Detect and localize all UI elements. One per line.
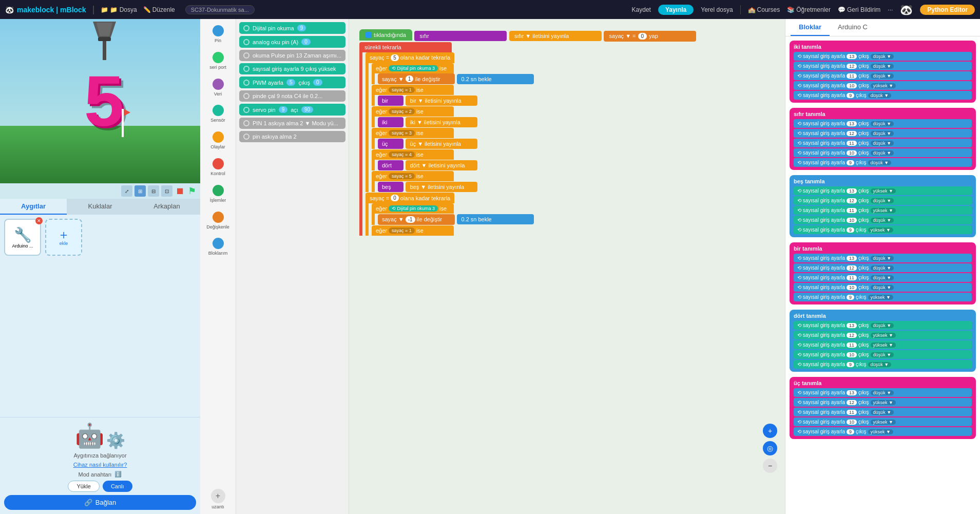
bes-row-3[interactable]: ⟲ sayısal giriş ayarla11çıkışyüksek ▼ — [794, 206, 972, 215]
bir-tanim-row-5[interactable]: ⟲ sayısal giriş ayarla9çıkışyüksek ▼ — [794, 293, 972, 301]
dort-block[interactable]: dört — [378, 160, 403, 170]
block-pin-askiya[interactable]: PIN 1 askıya alma 2 ▼ Modu yü... — [239, 118, 345, 129]
iki-block[interactable]: iki — [378, 117, 403, 127]
sifir-yayinla-block[interactable]: sıfır ▼ iletisini yayınla — [509, 31, 602, 41]
event-block[interactable]: tıklandığında — [359, 29, 412, 41]
device-selector-btn[interactable]: SC37-Dokunmatik sa... — [185, 5, 255, 14]
bes-yayinla-block[interactable]: beş ▼ iletisini yayınla — [406, 182, 477, 192]
cat-bloklarim[interactable]: Bloklarım — [200, 234, 236, 260]
surekli-block[interactable]: sürekli tekrarla — [359, 42, 452, 52]
dort-row-4[interactable]: ⟲ sayısal giriş ayarla10çıkışdüşük ▼ — [794, 350, 972, 359]
bekle2-block[interactable]: 0.2 sn bekle — [457, 214, 534, 224]
sayac5-block[interactable]: sayaç = 5 olana kadar tekrarla — [366, 52, 454, 63]
sifir-block[interactable]: sıfır — [414, 31, 507, 41]
dort-row-2[interactable]: ⟲ sayısal giriş ayarla12çıkışyüksek ▼ — [794, 331, 972, 339]
bes-row-1[interactable]: ⟲ sayısal giriş ayarla13çıkışyüksek ▼ — [794, 186, 972, 195]
layout-split-btn[interactable]: ⊞ — [134, 185, 146, 197]
dort-row-5[interactable]: ⟲ sayısal giriş ayarla9çıkışdüşük ▼ — [794, 360, 972, 369]
layout-grid-btn[interactable]: ⊟ — [148, 185, 159, 197]
bir-tanim-row-2[interactable]: ⟲ sayısal giriş ayarla12çıkışdüşük ▼ — [794, 263, 972, 272]
local-file-btn[interactable]: Yerel dosya — [701, 6, 733, 13]
eger-dijital-block[interactable]: eğer ⟲ Dijital pin okuma 3 ise — [372, 63, 454, 73]
sayac-degistir-block[interactable]: sayaç ▼ 1 ile değiştir — [378, 73, 455, 84]
bekle-block[interactable]: 0.2 sn bekle — [457, 74, 534, 84]
menu-duzenle[interactable]: ✏️ Düzenle — [143, 6, 175, 13]
delete-device-btn[interactable]: ✕ — [35, 217, 43, 224]
cat-sensor[interactable]: Sensör — [200, 101, 236, 127]
bes-block[interactable]: beş — [378, 182, 403, 192]
live-mode-btn[interactable]: Canlı — [103, 481, 132, 492]
layout-expand-btn[interactable]: ⤢ — [121, 185, 132, 197]
zoom-reset-btn[interactable]: ◎ — [763, 441, 777, 455]
iki-yayinla-block[interactable]: iki ▼ iletisini yayınla — [406, 117, 477, 127]
eger-dijital2-block[interactable]: eğer ⟲ Dijital pin okuma 3 ise — [372, 203, 454, 214]
iki-row-5[interactable]: ⟲ sayısal giriş ayarla 9 çıkış düşük ▼ — [794, 91, 972, 100]
block-pin-askiya-2[interactable]: pin askıya alma 2 — [239, 131, 345, 142]
sayac-minus1-block[interactable]: sayaç ▼ -1 ile değiştir — [378, 214, 455, 225]
more-menu[interactable]: ··· — [888, 6, 893, 13]
courses-link[interactable]: 🏫 Courses — [748, 6, 780, 13]
device-help-link[interactable]: Cihaz nasıl kullanılır? — [73, 462, 127, 468]
menu-dosya[interactable]: 📁 📁 Dosya — [101, 6, 137, 13]
eger-sayac1-block[interactable]: eğer sayaç = 1 ise — [372, 85, 454, 95]
uc-row-3[interactable]: ⟲ sayısal giriş ayarla11çıkışdüşük ▼ — [794, 408, 972, 416]
iki-row-1[interactable]: ⟲ sayısal giriş ayarla 13 çıkış düşük ▼ — [794, 52, 972, 61]
sifir-row-4[interactable]: ⟲ sayısal giriş ayarla10çıkışdüşük ▼ — [794, 148, 972, 157]
bes-row-2[interactable]: ⟲ sayısal giriş ayarla12çıkışdüşük ▼ — [794, 196, 972, 205]
cat-islemler[interactable]: İşlemler — [200, 181, 236, 207]
connect-btn[interactable]: 🔗 Bağlan — [4, 495, 196, 510]
eger-bottom-block[interactable]: eğer sayaç = 1 ise — [372, 225, 454, 236]
uc-row-2[interactable]: ⟲ sayısal giriş ayarla12çıkışyüksek ▼ — [794, 398, 972, 407]
tab-aygitlar[interactable]: Aygıtlar — [0, 199, 67, 215]
tab-arduino-c[interactable]: Arduino C — [830, 19, 876, 36]
eger-sayac4-block[interactable]: eğer sayaç = 4 ise — [372, 149, 454, 160]
block-servo[interactable]: servo pin 9 açı 90 — [239, 104, 345, 116]
arduino-device-card[interactable]: ✕ 🔧 Arduino ... — [4, 219, 41, 256]
add-device-btn[interactable]: ＋ ekle — [45, 219, 82, 256]
zoom-out-btn[interactable]: − — [763, 459, 777, 473]
sifir-row-3[interactable]: ⟲ sayısal giriş ayarla11çıkışdüşük ▼ — [794, 139, 972, 147]
iki-row-3[interactable]: ⟲ sayısal giriş ayarla 11 çıkış düşük ▼ — [794, 71, 972, 80]
eger-sayac2-block[interactable]: eğer sayaç = 2 ise — [372, 106, 454, 117]
block-pwm[interactable]: PWM ayarla 5 çıkış 0 — [239, 77, 345, 88]
bir-yayinla-block[interactable]: bir ▼ iletisini yayınla — [406, 96, 477, 106]
zoom-in-btn[interactable]: + — [763, 424, 777, 438]
sifir-row-5[interactable]: ⟲ sayısal giriş ayarla9çıkışdüşük ▼ — [794, 158, 972, 167]
bes-row-5[interactable]: ⟲ sayısal giriş ayarla9çıkışyüksek ▼ — [794, 225, 972, 234]
add-extension-btn[interactable]: + uzantı — [211, 485, 225, 514]
upload-mode-btn[interactable]: Yükle — [68, 481, 100, 492]
sayac0-tekrar-block[interactable]: sayaç = 0 olana kadar tekrarla — [366, 193, 454, 203]
iki-row-2[interactable]: ⟲ sayısal giriş ayarla 12 çıkış düşük ▼ — [794, 62, 972, 70]
tab-kuklalar[interactable]: Kuklalar — [67, 199, 133, 215]
dort-row-3[interactable]: ⟲ sayısal giriş ayarla11çıkışyüksek ▼ — [794, 340, 972, 349]
iki-row-4[interactable]: ⟲ sayısal giriş ayarla 10 çıkış yüksek ▼ — [794, 81, 972, 90]
dort-row-1[interactable]: ⟲ sayısal giriş ayarla13çıkışdüşük ▼ — [794, 321, 972, 330]
sayac-0-block[interactable]: sayaç ▼ = 0 yap — [604, 31, 696, 42]
block-okuma-pulse[interactable]: okuma Pulse pin 13 Zaman aşımı... — [239, 50, 345, 61]
uc-row-4[interactable]: ⟲ sayısal giriş ayarla10çıkışyüksek ▼ — [794, 417, 972, 426]
bes-row-4[interactable]: ⟲ sayısal giriş ayarla10çıkışdüşük ▼ — [794, 216, 972, 224]
cat-kontrol[interactable]: Kontrol — [200, 154, 236, 181]
sifir-row-2[interactable]: ⟲ sayısal giriş ayarla12çıkışdüşük ▼ — [794, 129, 972, 138]
dort-yayinla-block[interactable]: dört ▼ iletisini yayınla — [406, 160, 477, 170]
cat-veri[interactable]: Veri — [200, 74, 236, 101]
publish-btn[interactable]: Yayınla — [658, 5, 694, 15]
cat-pin[interactable]: Pin — [200, 21, 236, 48]
bir-tanim-row-1[interactable]: ⟲ sayısal giriş ayarla13çıkışdüşük ▼ — [794, 254, 972, 262]
uc-row-5[interactable]: ⟲ sayısal giriş ayarla9çıkışyüksek ▼ — [794, 427, 972, 436]
tab-bloklar[interactable]: Bloklar — [791, 19, 830, 36]
bir-block[interactable]: bir — [378, 96, 403, 106]
block-analog-oku[interactable]: analog oku pin (A) 0 — [239, 36, 345, 48]
stop-btn[interactable]: ⏹ — [176, 186, 185, 197]
feedback-link[interactable]: 💬 Geri Bildirim — [838, 6, 880, 13]
cat-olaylar[interactable]: Olaylar — [200, 127, 236, 154]
block-dijital-pin-okuma[interactable]: Dijital pin okuma 9 — [239, 22, 345, 34]
layout-full-btn[interactable]: ⊡ — [161, 185, 172, 197]
block-sayisal-giris[interactable]: sayısal giriş ayarla 9 çıkış yüksek — [239, 63, 345, 74]
tab-arkaplan[interactable]: Arkaplan — [133, 199, 200, 215]
save-btn[interactable]: Kaydet — [632, 6, 651, 13]
panda-avatar[interactable]: 🐼 — [900, 4, 913, 16]
teachers-link[interactable]: 📚 Öğretmenler — [787, 6, 831, 13]
uc-row-1[interactable]: ⟲ sayısal giriş ayarla13çıkışdüşük ▼ — [794, 388, 972, 397]
uc-yayinla-block[interactable]: üç ▼ iletisini yayınla — [406, 139, 477, 149]
